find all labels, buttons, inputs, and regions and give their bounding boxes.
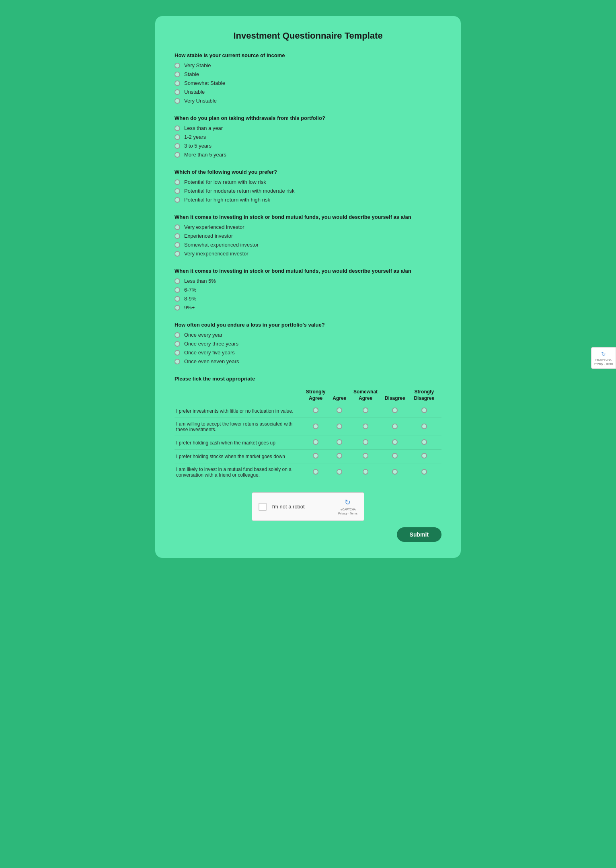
radio-option-income_stability-0[interactable]: Very Stable [175,62,441,68]
matrix-cell-0-1[interactable] [331,404,348,418]
matrix-radio-1-4[interactable] [421,424,427,429]
matrix-cell-3-4[interactable] [407,450,441,463]
matrix-radio-2-3[interactable] [392,439,398,445]
matrix-cell-3-2[interactable] [348,450,383,463]
matrix-radio-0-2[interactable] [363,407,368,413]
matrix-cell-2-1[interactable] [331,436,348,450]
radio-option-income_stability-1[interactable]: Stable [175,71,441,77]
radio-input-income_stability-1[interactable] [175,72,180,77]
radio-option-returns-1[interactable]: 6-7% [175,287,441,293]
radio-input-returns-2[interactable] [175,296,180,302]
matrix-cell-3-1[interactable] [331,450,348,463]
radio-input-income_stability-0[interactable] [175,63,180,68]
matrix-radio-1-0[interactable] [313,424,318,429]
radio-input-income_stability-4[interactable] [175,98,180,104]
matrix-cell-1-0[interactable] [300,418,331,436]
radio-input-preference-0[interactable] [175,179,180,185]
radio-option-experience-3[interactable]: Very inexperienced investor [175,251,441,257]
radio-option-income_stability-2[interactable]: Somewhat Stable [175,80,441,86]
radio-option-returns-2[interactable]: 8-9% [175,296,441,302]
matrix-cell-1-3[interactable] [383,418,407,436]
matrix-cell-1-1[interactable] [331,418,348,436]
matrix-radio-2-1[interactable] [337,439,342,445]
radio-input-income_stability-2[interactable] [175,80,180,86]
captcha-checkbox[interactable] [259,503,267,511]
matrix-cell-2-3[interactable] [383,436,407,450]
matrix-radio-0-0[interactable] [313,407,318,413]
radio-input-experience-3[interactable] [175,251,180,257]
matrix-cell-3-0[interactable] [300,450,331,463]
radio-option-loss_tolerance-0[interactable]: Once every year [175,332,441,338]
radio-option-withdrawal_plan-2[interactable]: 3 to 5 years [175,143,441,149]
matrix-cell-4-4[interactable] [407,463,441,481]
radio-option-income_stability-3[interactable]: Unstable [175,89,441,95]
radio-input-returns-1[interactable] [175,287,180,293]
radio-option-loss_tolerance-3[interactable]: Once even seven years [175,358,441,364]
matrix-radio-2-2[interactable] [363,439,368,445]
matrix-radio-0-1[interactable] [337,407,342,413]
radio-input-preference-1[interactable] [175,188,180,194]
radio-input-loss_tolerance-1[interactable] [175,341,180,347]
radio-input-income_stability-3[interactable] [175,89,180,95]
radio-input-experience-0[interactable] [175,224,180,230]
radio-option-loss_tolerance-2[interactable]: Once every five years [175,350,441,356]
radio-input-loss_tolerance-0[interactable] [175,332,180,338]
radio-option-withdrawal_plan-1[interactable]: 1-2 years [175,134,441,140]
radio-option-withdrawal_plan-0[interactable]: Less than a year [175,125,441,131]
radio-input-returns-3[interactable] [175,305,180,311]
radio-input-experience-2[interactable] [175,242,180,248]
matrix-cell-4-3[interactable] [383,463,407,481]
radio-input-loss_tolerance-2[interactable] [175,350,180,356]
radio-option-preference-0[interactable]: Potential for low return with low risk [175,179,441,185]
matrix-cell-0-3[interactable] [383,404,407,418]
radio-option-withdrawal_plan-3[interactable]: More than 5 years [175,152,441,158]
radio-option-returns-0[interactable]: Less than 5% [175,278,441,284]
matrix-cell-0-4[interactable] [407,404,441,418]
matrix-radio-1-1[interactable] [337,424,342,429]
radio-input-experience-1[interactable] [175,233,180,239]
radio-input-withdrawal_plan-0[interactable] [175,125,180,131]
matrix-cell-2-4[interactable] [407,436,441,450]
matrix-radio-2-4[interactable] [421,439,427,445]
matrix-radio-4-2[interactable] [363,469,368,475]
radio-input-withdrawal_plan-2[interactable] [175,143,180,149]
radio-option-experience-0[interactable]: Very experienced investor [175,224,441,230]
matrix-radio-4-0[interactable] [313,469,318,475]
matrix-radio-4-4[interactable] [421,469,427,475]
radio-option-experience-1[interactable]: Experienced investor [175,233,441,239]
matrix-radio-3-2[interactable] [363,453,368,459]
matrix-radio-2-0[interactable] [313,439,318,445]
matrix-cell-0-0[interactable] [300,404,331,418]
radio-input-preference-2[interactable] [175,197,180,203]
matrix-cell-2-0[interactable] [300,436,331,450]
radio-input-loss_tolerance-3[interactable] [175,359,180,364]
matrix-cell-4-2[interactable] [348,463,383,481]
radio-input-returns-0[interactable] [175,278,180,284]
radio-input-withdrawal_plan-3[interactable] [175,152,180,158]
matrix-radio-1-3[interactable] [392,424,398,429]
submit-button[interactable]: Submit [397,527,441,542]
matrix-radio-3-3[interactable] [392,453,398,459]
radio-option-preference-2[interactable]: Potential for high return with high risk [175,197,441,203]
matrix-cell-2-2[interactable] [348,436,383,450]
radio-option-income_stability-4[interactable]: Very Unstable [175,98,441,104]
radio-option-loss_tolerance-1[interactable]: Once every three years [175,341,441,347]
matrix-radio-4-1[interactable] [337,469,342,475]
matrix-radio-3-0[interactable] [313,453,318,459]
matrix-cell-4-1[interactable] [331,463,348,481]
matrix-cell-1-4[interactable] [407,418,441,436]
radio-option-returns-3[interactable]: 9%+ [175,304,441,311]
matrix-cell-0-2[interactable] [348,404,383,418]
matrix-cell-1-2[interactable] [348,418,383,436]
matrix-cell-4-0[interactable] [300,463,331,481]
matrix-radio-0-3[interactable] [392,407,398,413]
matrix-radio-3-4[interactable] [421,453,427,459]
radio-option-experience-2[interactable]: Somewhat experienced investor [175,242,441,248]
matrix-radio-1-2[interactable] [363,424,368,429]
matrix-radio-3-1[interactable] [337,453,342,459]
radio-option-preference-1[interactable]: Potential for moderate return with moder… [175,188,441,194]
matrix-radio-4-3[interactable] [392,469,398,475]
radio-input-withdrawal_plan-1[interactable] [175,134,180,140]
matrix-cell-3-3[interactable] [383,450,407,463]
matrix-radio-0-4[interactable] [421,407,427,413]
